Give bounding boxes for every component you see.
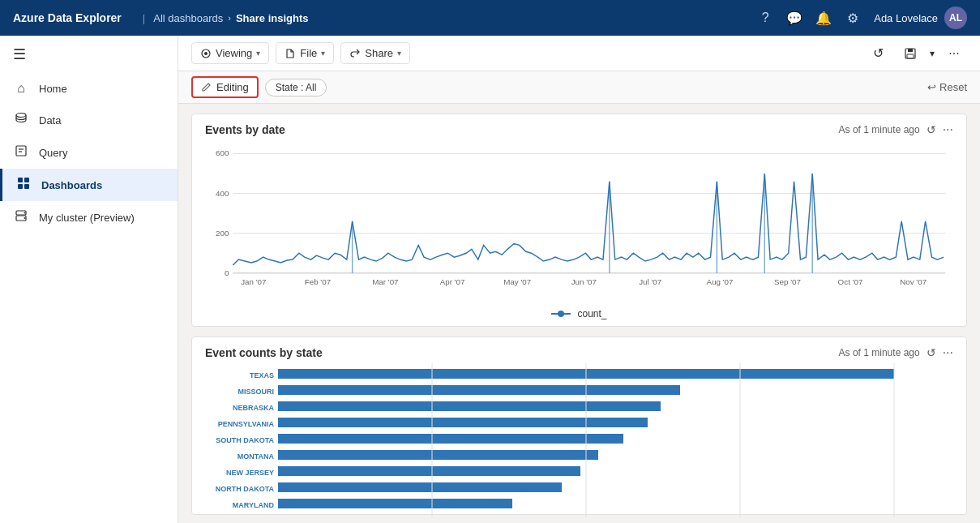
events-by-date-panel: Events by date As of 1 minute ago ↺ ··· … <box>191 114 967 327</box>
sidebar-item-data[interactable]: Data <box>0 104 178 136</box>
sidebar-item-query[interactable]: Query <box>0 136 178 169</box>
events-more-icon[interactable]: ··· <box>943 122 953 137</box>
breadcrumb-current: Share insights <box>236 12 309 24</box>
share-chevron: ▾ <box>397 49 401 58</box>
svg-text:Jul '07: Jul '07 <box>639 278 661 287</box>
filter-bar: Editing State : All ↩ Reset <box>178 71 980 104</box>
svg-text:Jan '07: Jan '07 <box>241 278 266 287</box>
cluster-icon <box>13 209 29 225</box>
sidebar-item-dashboards[interactable]: Dashboards <box>0 169 178 201</box>
svg-text:Oct '07: Oct '07 <box>838 278 863 287</box>
svg-text:0: 0 <box>225 268 229 277</box>
file-button[interactable]: File ▾ <box>276 42 334 64</box>
svg-text:Feb '07: Feb '07 <box>305 278 331 287</box>
svg-text:Sep '07: Sep '07 <box>774 278 801 287</box>
more-options-icon[interactable]: ··· <box>941 41 967 66</box>
svg-text:Jun '07: Jun '07 <box>571 278 597 287</box>
query-icon <box>13 144 29 161</box>
share-label: Share <box>365 47 393 59</box>
reset-label: Reset <box>939 81 967 93</box>
svg-text:MISSOURI: MISSOURI <box>238 388 274 396</box>
event-counts-timestamp: As of 1 minute ago <box>839 347 920 358</box>
file-chevron: ▾ <box>321 49 325 58</box>
main-layout: ☰ ⌂ Home Data Query Dashboards <box>0 36 980 523</box>
dashboards-icon <box>15 177 32 193</box>
svg-rect-16 <box>907 54 914 58</box>
svg-rect-59 <box>278 499 512 508</box>
legend-line-icon <box>551 313 571 315</box>
content-area: Viewing ▾ File ▾ Share ▾ ↺ ▾ ··· <box>178 36 980 523</box>
event-counts-chart: TEXAS MISSOURI NEBRASKA PENNSYLVANIA SOU… <box>192 363 966 523</box>
events-by-date-meta: As of 1 minute ago ↺ ··· <box>839 122 953 137</box>
save-dropdown-chevron[interactable]: ▾ <box>930 48 935 59</box>
svg-text:SOUTH DAKOTA: SOUTH DAKOTA <box>216 436 274 444</box>
editing-box[interactable]: Editing <box>191 76 259 98</box>
svg-rect-53 <box>278 401 661 411</box>
user-profile[interactable]: Ada Lovelace AL <box>874 6 967 29</box>
hamburger-menu[interactable]: ☰ <box>0 36 178 73</box>
events-refresh-icon[interactable]: ↺ <box>927 123 936 136</box>
sidebar-item-home[interactable]: ⌂ Home <box>0 73 178 104</box>
settings-icon[interactable]: ⚙ <box>845 10 861 26</box>
share-button[interactable]: Share ▾ <box>340 42 410 64</box>
state-filter[interactable]: State : All <box>265 79 327 96</box>
viewing-button[interactable]: Viewing ▾ <box>191 42 269 64</box>
svg-rect-6 <box>18 184 23 189</box>
breadcrumb-parent[interactable]: All dashboards <box>153 12 223 24</box>
svg-rect-5 <box>24 178 29 182</box>
svg-text:NEW JERSEY: NEW JERSEY <box>226 469 274 477</box>
chat-icon[interactable]: 💬 <box>786 10 802 26</box>
sidebar-item-data-label: Data <box>39 114 61 126</box>
event-counts-meta: As of 1 minute ago ↺ ··· <box>839 345 953 360</box>
toolbar-right: ↺ ▾ ··· <box>865 41 967 66</box>
sidebar-item-cluster[interactable]: My cluster (Preview) <box>0 201 178 234</box>
svg-text:MONTANA: MONTANA <box>238 452 275 461</box>
dashboard-panels: Events by date As of 1 minute ago ↺ ··· … <box>178 104 980 523</box>
sidebar-item-home-label: Home <box>39 83 67 95</box>
svg-text:May '07: May '07 <box>503 278 531 287</box>
state-filter-label: State : All <box>276 82 317 93</box>
svg-point-11 <box>24 217 26 219</box>
notification-icon[interactable]: 🔔 <box>815 10 832 26</box>
breadcrumb: All dashboards › Share insights <box>153 12 308 24</box>
legend-label: count_ <box>577 308 606 319</box>
svg-text:400: 400 <box>216 189 229 198</box>
svg-rect-1 <box>16 146 26 156</box>
svg-rect-4 <box>18 178 23 182</box>
pencil-icon <box>201 82 212 92</box>
events-by-date-timestamp: As of 1 minute ago <box>839 124 920 135</box>
events-by-date-chart: 600 400 200 0 Jan '07 Feb '07 <box>192 140 966 305</box>
svg-text:Aug '07: Aug '07 <box>707 278 734 287</box>
svg-text:200: 200 <box>216 229 229 238</box>
svg-text:Nov '07: Nov '07 <box>900 278 927 287</box>
svg-text:Apr '07: Apr '07 <box>440 278 465 287</box>
svg-rect-52 <box>278 385 680 395</box>
events-legend: count_ <box>192 305 966 326</box>
refresh-icon[interactable]: ↺ <box>865 41 891 66</box>
svg-text:PENNSYLVANIA: PENNSYLVANIA <box>218 420 275 428</box>
nav-separator: | <box>143 12 145 24</box>
home-icon: ⌂ <box>13 81 29 96</box>
sidebar-item-dashboards-label: Dashboards <box>41 179 102 191</box>
event-counts-title: Event counts by state <box>205 346 323 359</box>
event-counts-more-icon[interactable]: ··· <box>943 345 953 360</box>
reset-arrow-icon: ↩ <box>927 81 936 93</box>
svg-rect-54 <box>278 418 648 427</box>
svg-rect-15 <box>908 49 913 52</box>
svg-rect-57 <box>278 466 580 476</box>
help-icon[interactable]: ? <box>757 10 773 26</box>
breadcrumb-chevron: › <box>228 13 231 23</box>
editing-label: Editing <box>216 81 249 93</box>
reset-button[interactable]: ↩ Reset <box>927 81 967 93</box>
svg-point-10 <box>24 212 26 214</box>
sidebar-item-query-label: Query <box>39 147 67 159</box>
app-brand: Azure Data Explorer <box>13 11 122 24</box>
svg-rect-58 <box>278 482 562 492</box>
svg-rect-56 <box>278 450 598 460</box>
event-counts-refresh-icon[interactable]: ↺ <box>927 346 936 359</box>
save-icon[interactable] <box>897 41 923 66</box>
svg-rect-55 <box>278 434 623 444</box>
svg-text:NORTH DAKOTA: NORTH DAKOTA <box>216 485 275 493</box>
svg-text:TEXAS: TEXAS <box>250 371 274 379</box>
avatar: AL <box>944 6 967 29</box>
